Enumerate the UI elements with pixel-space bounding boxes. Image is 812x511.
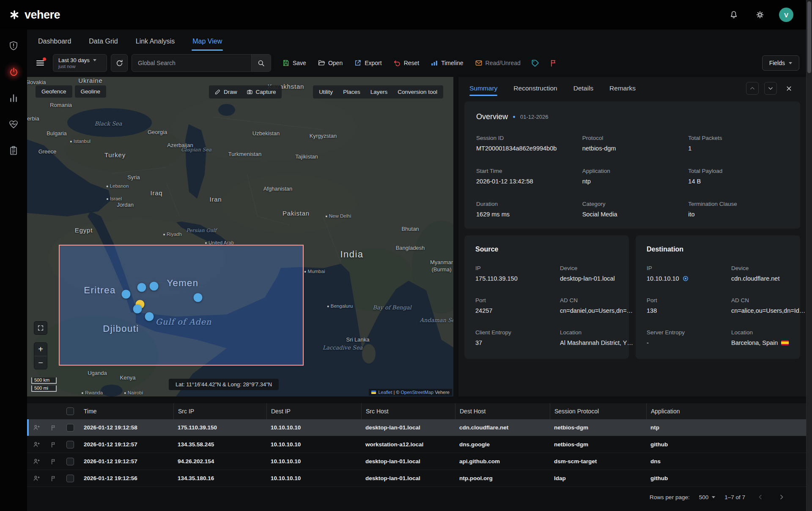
conversion-tool-button[interactable]: Conversion tool (393, 87, 442, 97)
col-application[interactable]: Application (646, 403, 806, 419)
geofence-button[interactable]: Geofence (36, 85, 72, 98)
row-checkbox[interactable] (66, 441, 74, 448)
tab-data-grid[interactable]: Data Grid (89, 38, 118, 51)
menu-button[interactable] (31, 55, 49, 71)
sidebar-item-analytics[interactable] (8, 92, 19, 104)
tab-reconstruction[interactable]: Reconstruction (513, 77, 557, 100)
col-src-host[interactable]: Src Host (361, 403, 455, 419)
zoom-in-button[interactable]: + (34, 343, 47, 356)
table-row[interactable]: 2026-01-12 19:12:57 134.35.58.245 10.10.… (27, 436, 806, 453)
col-dest-host[interactable]: Dest Host (455, 403, 550, 419)
refresh-button[interactable] (111, 54, 128, 72)
shield-alert-icon (8, 41, 19, 51)
tab-dashboard[interactable]: Dashboard (38, 38, 71, 51)
previous-record-button[interactable] (746, 82, 759, 95)
draw-pencil-icon (214, 89, 221, 95)
map-marker[interactable] (122, 290, 131, 299)
field-dst-location: Location Barcelona, Spain (731, 329, 806, 346)
power-icon (8, 67, 19, 77)
notifications-button[interactable] (727, 8, 741, 22)
places-button[interactable]: Places (339, 87, 365, 97)
tab-remarks[interactable]: Remarks (609, 77, 636, 100)
read-unread-button[interactable]: Read/Unread (471, 56, 524, 70)
flag-row-button[interactable] (46, 475, 61, 482)
search-input[interactable] (132, 60, 251, 66)
map-marker[interactable] (133, 305, 142, 314)
map-view[interactable]: SlovakiaUkraineRomaniaSerbiaBulgariaGree… (27, 77, 453, 396)
col-session-protocol[interactable]: Session Protocol (550, 403, 646, 419)
tag-icon (531, 59, 539, 67)
time-range-dropdown[interactable]: Last 30 days just now (53, 54, 107, 72)
col-src-ip[interactable]: Src IP (173, 403, 266, 419)
map-marker[interactable] (194, 293, 203, 302)
geofence-selection[interactable] (59, 245, 304, 366)
capture-button[interactable]: Capture (242, 87, 280, 97)
row-checkbox[interactable] (66, 458, 74, 465)
tab-map-view[interactable]: Map View (192, 38, 222, 51)
tab-details[interactable]: Details (573, 77, 593, 100)
sessions-table: Time Src IP Dest IP Src Host Dest Host S… (27, 403, 806, 487)
reset-button[interactable]: Reset (390, 56, 423, 70)
previous-page-button[interactable] (754, 491, 766, 503)
fields-dropdown[interactable]: Fields (762, 55, 799, 71)
flag-button[interactable] (546, 56, 561, 70)
col-dest-ip[interactable]: Dest IP (266, 403, 361, 419)
rows-per-page-dropdown[interactable]: 500 (699, 494, 716, 500)
table-row[interactable]: 2026-01-12 19:12:58 175.110.39.150 10.10… (27, 419, 806, 436)
row-checkbox[interactable] (66, 424, 74, 432)
flag-row-button[interactable] (46, 441, 61, 448)
settings-button[interactable] (753, 8, 767, 22)
row-checkbox[interactable] (66, 475, 74, 482)
leaflet-link[interactable]: Leaflet (378, 390, 392, 395)
assign-user-button[interactable] (27, 475, 46, 482)
search-button[interactable] (251, 55, 271, 71)
sidebar-item-health[interactable] (8, 118, 19, 130)
tab-link-analysis[interactable]: Link Analysis (136, 38, 175, 51)
export-button[interactable]: Export (350, 56, 385, 70)
flag-row-button[interactable] (46, 424, 61, 431)
destination-title: Destination (647, 246, 789, 253)
next-record-button[interactable] (764, 82, 777, 95)
user-avatar[interactable]: V (779, 8, 793, 22)
reset-label: Reset (404, 60, 420, 66)
layers-button[interactable]: Layers (366, 87, 392, 97)
close-panel-button[interactable] (782, 82, 795, 95)
tab-summary[interactable]: Summary (469, 77, 497, 100)
utility-button[interactable]: Utility (315, 87, 337, 97)
camera-icon (247, 89, 253, 95)
timeline-button[interactable]: Timeline (427, 56, 467, 70)
search-icon (257, 59, 265, 67)
sidebar-item-alerts[interactable] (8, 40, 19, 52)
map-marker[interactable] (145, 312, 154, 321)
next-page-button[interactable] (776, 491, 787, 503)
sidebar-item-reports[interactable] (8, 145, 19, 156)
target-radio-icon[interactable] (683, 276, 689, 281)
map-marker[interactable] (137, 283, 146, 292)
map-marker[interactable] (150, 282, 159, 291)
table-row[interactable]: 2026-01-12 19:12:56 134.35.180.16 10.10.… (27, 470, 806, 487)
col-time[interactable]: Time (80, 403, 173, 419)
assign-user-button[interactable] (27, 458, 46, 465)
map-city-label: Bengaluru (327, 303, 353, 309)
scrollbar-thumb[interactable] (807, 1, 811, 73)
window-scrollbar[interactable] (806, 0, 812, 511)
draw-label: Draw (224, 89, 237, 95)
tag-button[interactable] (528, 56, 543, 70)
geoline-button[interactable]: Geoline (75, 85, 107, 98)
fields-label: Fields (769, 60, 785, 66)
sidebar-item-hunt-active[interactable] (8, 66, 19, 78)
field-dst-port: Port138 (647, 297, 727, 314)
vehere-logo[interactable]: vehere (8, 8, 60, 22)
table-row[interactable]: 2026-01-12 19:12:57 94.26.202.154 10.10.… (27, 453, 806, 470)
assign-user-button[interactable] (27, 441, 46, 448)
flag-row-button[interactable] (46, 458, 61, 465)
save-button[interactable]: Save (278, 56, 310, 70)
assign-user-button[interactable] (27, 424, 46, 431)
zoom-out-button[interactable]: − (34, 356, 47, 369)
osm-link[interactable]: OpenStreetMap (401, 390, 433, 395)
fullscreen-button[interactable] (34, 321, 47, 335)
open-button[interactable]: Open (314, 56, 346, 70)
draw-button[interactable]: Draw (210, 87, 241, 97)
map-scale: 500 km 500 mi (31, 377, 57, 392)
select-all-checkbox[interactable] (66, 407, 74, 415)
